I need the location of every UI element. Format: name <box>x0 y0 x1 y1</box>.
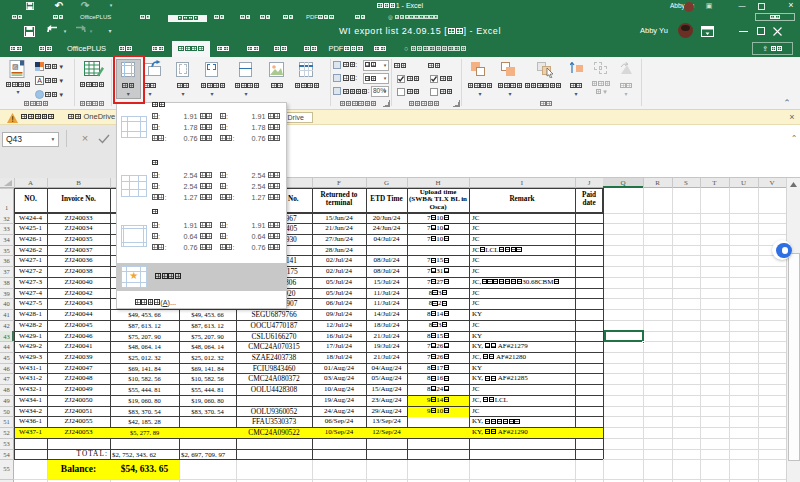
svg-text:▨: ▨ <box>12 63 19 70</box>
